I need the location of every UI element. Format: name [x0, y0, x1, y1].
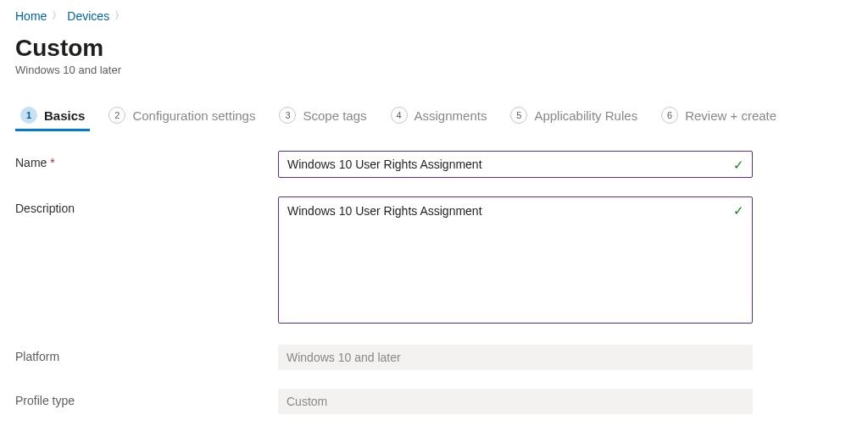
step-label: Configuration settings — [132, 108, 255, 123]
step-label: Review + create — [685, 108, 776, 123]
breadcrumb-devices[interactable]: Devices — [67, 9, 109, 23]
chevron-right-icon: 〉 — [114, 8, 125, 23]
step-number: 4 — [391, 107, 408, 124]
description-input[interactable] — [278, 196, 753, 324]
name-input[interactable] — [278, 151, 753, 178]
step-label: Scope tags — [303, 108, 366, 123]
chevron-right-icon: 〉 — [52, 8, 62, 23]
row-name: Name* ✓ — [15, 151, 853, 178]
name-label: Name* — [15, 151, 278, 169]
tab-configuration-settings[interactable]: 2 Configuration settings — [108, 107, 255, 130]
step-number: 6 — [661, 107, 678, 124]
page-title: Custom — [15, 35, 853, 62]
platform-value: Windows 10 and later — [278, 345, 753, 370]
step-number: 2 — [108, 107, 125, 124]
row-profile-type: Profile type Custom — [15, 389, 853, 414]
profile-type-label: Profile type — [15, 389, 278, 407]
tab-basics[interactable]: 1 Basics — [20, 107, 85, 130]
row-platform: Platform Windows 10 and later — [15, 345, 853, 370]
platform-label: Platform — [15, 345, 278, 363]
label-text: Name — [15, 156, 47, 169]
breadcrumb-home[interactable]: Home — [15, 9, 47, 23]
tab-applicability-rules[interactable]: 5 Applicability Rules — [510, 107, 637, 130]
page-subtitle: Windows 10 and later — [15, 64, 853, 76]
breadcrumb: Home 〉 Devices 〉 — [15, 8, 853, 23]
step-number: 5 — [510, 107, 527, 124]
tab-scope-tags[interactable]: 3 Scope tags — [279, 107, 366, 130]
step-label: Basics — [44, 108, 85, 123]
row-description: Description ✓ — [15, 196, 853, 326]
required-star-icon: * — [50, 156, 54, 169]
step-label: Applicability Rules — [534, 108, 637, 123]
description-label: Description — [15, 196, 278, 215]
form-basics: Name* ✓ Description ✓ Platform Windows 1… — [15, 151, 853, 414]
tab-assignments[interactable]: 4 Assignments — [391, 107, 487, 130]
step-number: 3 — [279, 107, 296, 124]
profile-type-value: Custom — [278, 389, 753, 414]
wizard-steps: 1 Basics 2 Configuration settings 3 Scop… — [15, 107, 853, 130]
tab-review-create[interactable]: 6 Review + create — [661, 107, 776, 130]
step-label: Assignments — [415, 108, 487, 123]
step-number: 1 — [20, 107, 37, 124]
